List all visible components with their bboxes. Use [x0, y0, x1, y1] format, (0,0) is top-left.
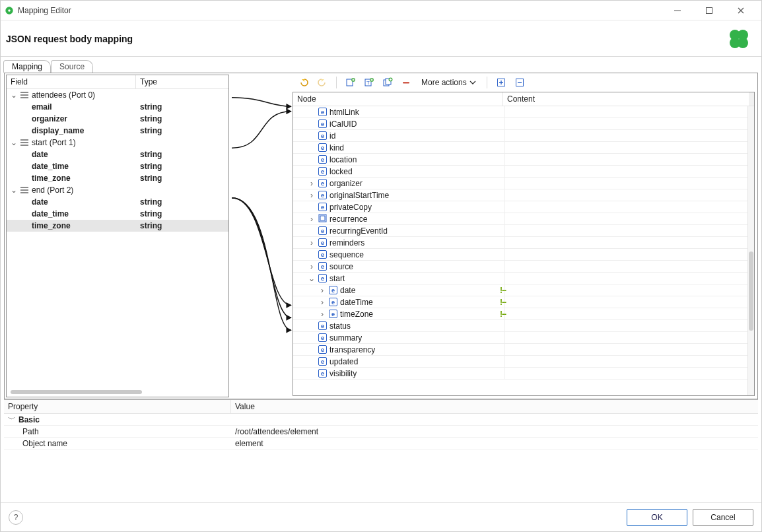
node-content-cell[interactable] [504, 237, 751, 248]
node-content-cell[interactable] [504, 356, 751, 367]
vertical-scrollbar[interactable] [747, 106, 754, 395]
node-content-cell[interactable]: !-- [504, 308, 751, 319]
node-content-cell[interactable] [504, 273, 751, 284]
tree-expand-icon[interactable]: › [308, 238, 316, 248]
source-field-row[interactable]: display_namestring [7, 125, 228, 137]
tree-expand-icon[interactable]: ⌄ [11, 90, 17, 100]
add-element-button[interactable] [343, 75, 358, 90]
source-field-row[interactable]: emailstring [7, 101, 228, 113]
target-node-row[interactable]: eid [293, 130, 754, 142]
tree-expand-icon[interactable]: ⌄ [308, 274, 316, 283]
source-field-row[interactable]: datestring [7, 149, 228, 160]
node-content-cell[interactable] [504, 344, 751, 355]
target-node-row[interactable]: ›eorganizer [293, 178, 754, 189]
right-tree[interactable]: ehtmlLinkeiCalUIDeidekindelocationelocke… [293, 106, 754, 395]
right-col-content[interactable]: Content [503, 92, 754, 106]
node-content-cell[interactable] [504, 166, 751, 177]
node-content-cell[interactable] [504, 130, 751, 141]
target-node-row[interactable]: ›eoriginalStartTime [293, 189, 754, 201]
target-node-row[interactable]: ›etimeZone!-- [293, 308, 754, 320]
tree-expand-icon[interactable]: › [308, 191, 316, 200]
source-group-row[interactable]: ⌄start (Port 1) [7, 137, 228, 149]
horizontal-scrollbar[interactable] [8, 389, 227, 395]
redo-button[interactable] [315, 75, 329, 90]
more-actions-menu[interactable]: More actions [417, 77, 480, 88]
add-copy-button[interactable] [380, 75, 395, 90]
target-node-row[interactable]: ›recurrence [293, 213, 754, 225]
target-node-row[interactable]: erecurringEventId [293, 225, 754, 237]
right-col-node[interactable]: Node [293, 92, 503, 106]
tree-expand-icon[interactable]: › [308, 215, 316, 224]
target-node-row[interactable]: eprivateCopy [293, 201, 754, 213]
maximize-button[interactable] [694, 1, 724, 20]
node-content-cell[interactable]: !-- [504, 284, 751, 296]
minimize-button[interactable] [662, 1, 693, 20]
node-content-cell[interactable] [504, 201, 751, 213]
target-node-row[interactable]: evisibility [293, 368, 754, 380]
target-node-row[interactable]: eiCalUID [293, 118, 754, 130]
target-node-row[interactable]: etransparency [293, 344, 754, 356]
target-node-row[interactable]: ekind [293, 142, 754, 154]
node-content-cell[interactable] [504, 154, 751, 165]
node-content-cell[interactable] [504, 213, 751, 224]
target-node-row[interactable]: ⌄estart [293, 273, 754, 284]
target-node-row[interactable]: elocked [293, 166, 754, 178]
node-content-cell[interactable] [504, 368, 751, 379]
target-node-row[interactable]: estatus [293, 320, 754, 332]
expand-all-button[interactable] [494, 75, 508, 90]
property-group-basic[interactable]: ﹀Basic [4, 414, 758, 426]
target-node-row[interactable]: ›edateTime!-- [293, 296, 754, 308]
target-node-row[interactable]: esummary [293, 332, 754, 344]
tab-source[interactable]: Source [51, 60, 93, 73]
node-content-cell[interactable] [504, 178, 751, 189]
left-col-field[interactable]: Field [7, 75, 136, 88]
ok-button[interactable]: OK [627, 509, 687, 526]
target-node-row[interactable]: ›esource [293, 261, 754, 273]
target-node-row[interactable]: ehtmlLink [293, 106, 754, 118]
node-content-cell[interactable] [504, 225, 751, 236]
node-content-cell[interactable] [504, 118, 751, 129]
property-row-path[interactable]: Path /root/attendees/element [4, 426, 758, 438]
node-content-cell[interactable]: !-- [504, 296, 751, 308]
tree-expand-icon[interactable]: › [308, 262, 316, 271]
collapse-all-button[interactable] [512, 75, 527, 90]
source-group-row[interactable]: ⌄end (Port 2) [7, 184, 228, 196]
target-node-row[interactable]: elocation [293, 154, 754, 166]
col-property[interactable]: Property [4, 400, 231, 413]
target-node-row[interactable]: eupdated [293, 356, 754, 368]
help-button[interactable]: ? [9, 510, 23, 525]
node-content-cell[interactable] [504, 249, 751, 260]
target-node-row[interactable]: ›edate!-- [293, 284, 754, 296]
tree-expand-icon[interactable]: ⌄ [11, 138, 17, 147]
source-field-row[interactable]: time_zonestring [7, 220, 228, 232]
source-field-row[interactable]: date_timestring [7, 208, 228, 220]
node-content-cell[interactable] [504, 332, 751, 343]
tree-expand-icon[interactable]: › [318, 310, 326, 319]
tab-mapping[interactable]: Mapping [3, 60, 51, 73]
property-row-object-name[interactable]: Object name element [4, 438, 758, 449]
target-node-row[interactable]: ›ereminders [293, 237, 754, 249]
source-field-row[interactable]: date_timestring [7, 160, 228, 172]
left-col-type[interactable]: Type [136, 75, 228, 88]
node-content-cell[interactable] [504, 189, 751, 201]
target-node-row[interactable]: esequence [293, 249, 754, 261]
node-content-cell[interactable] [504, 106, 751, 117]
source-group-row[interactable]: ⌄attendees (Port 0) [7, 89, 228, 101]
remove-button[interactable] [399, 75, 413, 90]
tree-expand-icon[interactable]: › [308, 179, 316, 188]
close-button[interactable] [726, 1, 756, 20]
col-value[interactable]: Value [231, 400, 758, 413]
source-field-row[interactable]: time_zonestring [7, 172, 228, 184]
node-content-cell[interactable] [504, 261, 751, 272]
cancel-button[interactable]: Cancel [693, 509, 753, 526]
tree-expand-icon[interactable]: › [318, 286, 326, 295]
undo-button[interactable] [296, 75, 311, 90]
tree-expand-icon[interactable]: ⌄ [11, 185, 17, 195]
source-field-row[interactable]: organizerstring [7, 113, 228, 125]
add-text-button[interactable]: T [362, 75, 376, 90]
node-content-cell[interactable] [504, 320, 751, 331]
tree-expand-icon[interactable]: › [318, 298, 326, 307]
source-field-row[interactable]: datestring [7, 196, 228, 208]
node-content-cell[interactable] [504, 142, 751, 153]
left-tree[interactable]: ⌄attendees (Port 0)emailstringorganizers… [7, 89, 228, 397]
